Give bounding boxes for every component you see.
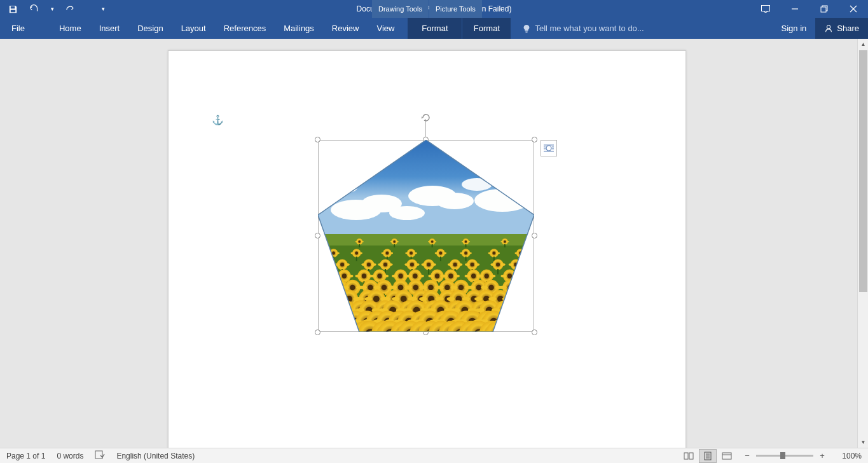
qat-customize-icon[interactable]: ▾ [100,3,106,15]
status-word-count[interactable]: 0 words [57,452,83,460]
svg-point-52 [500,241,504,242]
svg-point-37 [390,241,393,242]
save-icon[interactable] [6,3,19,15]
person-icon [824,24,833,33]
svg-rect-3 [821,7,826,12]
redo-icon[interactable] [64,3,76,15]
svg-point-337 [474,297,483,301]
svg-point-343 [504,297,513,301]
tab-home[interactable]: Home [50,18,90,39]
svg-point-292 [355,297,364,301]
restore-icon[interactable] [809,0,839,18]
svg-point-548 [331,331,342,332]
svg-point-451 [329,318,336,326]
svg-point-73 [413,252,417,254]
svg-point-356 [319,307,326,314]
svg-point-43 [434,241,437,242]
tab-layout[interactable]: Layout [172,18,215,39]
svg-point-36 [393,240,396,243]
svg-point-636 [493,329,502,332]
svg-point-342 [488,297,497,301]
svg-point-553 [336,331,347,332]
svg-point-92 [515,252,519,254]
scroll-down-icon[interactable]: ▼ [858,437,868,448]
status-left: Page 1 of 1 0 words English (United Stat… [6,450,195,461]
spellcheck-icon[interactable] [95,450,105,461]
svg-point-345 [506,290,523,308]
sign-in-button[interactable]: Sign in [773,18,816,39]
minimize-icon[interactable] [780,0,809,18]
svg-point-167 [392,275,397,278]
svg-point-83 [468,252,472,254]
print-layout-button[interactable] [699,449,717,463]
tell-me-input[interactable] [535,24,700,33]
svg-point-355 [318,300,333,321]
zoom-in-button[interactable]: + [817,451,827,460]
zoom-out-button[interactable]: − [742,451,752,460]
svg-point-317 [419,297,427,301]
svg-point-347 [502,297,511,301]
svg-point-157 [355,275,361,278]
svg-point-232 [390,286,397,289]
scroll-up-icon[interactable]: ▲ [858,39,868,50]
close-icon[interactable] [839,0,868,18]
web-layout-button[interactable] [718,449,736,463]
tab-design[interactable]: Design [128,18,172,39]
svg-point-31 [358,240,361,243]
layout-options-button[interactable] [541,140,557,156]
tab-mailings[interactable]: Mailings [275,18,323,39]
svg-point-448 [330,319,340,324]
svg-point-538 [521,319,531,324]
svg-point-242 [420,286,427,289]
vertical-scrollbar[interactable]: ▲ ▼ [857,39,868,448]
svg-point-93 [523,252,527,254]
zoom-level[interactable]: 100% [834,452,862,460]
svg-point-142 [509,263,514,266]
svg-point-82 [460,252,464,254]
svg-point-38 [396,241,399,242]
svg-point-131 [471,263,474,266]
svg-point-126 [453,263,457,266]
selected-shape[interactable] [318,140,534,332]
svg-point-456 [342,318,350,326]
ribbon-tabs: File Home Insert Design Layout Reference… [0,18,868,39]
svg-point-145 [320,270,334,283]
svg-point-22 [389,206,425,220]
lightbulb-icon [522,24,531,33]
svg-rect-0 [762,6,770,11]
scroll-thumb[interactable] [859,50,867,292]
rotate-handle[interactable] [420,112,432,123]
svg-point-446 [321,318,329,326]
tab-review[interactable]: Review [323,18,368,39]
undo-dropdown-icon[interactable]: ▾ [50,3,55,15]
status-language[interactable]: English (United States) [116,452,195,460]
tab-format-drawing[interactable]: Format [408,18,462,39]
svg-point-118 [415,263,420,266]
svg-point-350 [518,290,534,308]
svg-point-106 [367,263,371,266]
tell-me-box[interactable] [522,18,772,39]
svg-point-462 [340,319,350,324]
quick-access-toolbar: ▾ ▾ [0,3,112,15]
svg-point-161 [377,273,382,278]
zoom-thumb[interactable] [780,452,785,459]
document-page[interactable]: ⚓ [168,50,686,448]
undo-icon[interactable] [28,3,41,15]
svg-point-358 [327,308,336,313]
tab-format-picture[interactable]: Format [462,18,511,39]
status-page[interactable]: Page 1 of 1 [6,452,45,460]
ribbon-display-options-icon[interactable] [751,0,780,18]
tab-view[interactable]: View [368,18,403,39]
svg-point-107 [361,263,366,266]
read-mode-button[interactable] [680,449,698,463]
tab-insert[interactable]: Insert [90,18,129,39]
tab-references[interactable]: References [215,18,275,39]
svg-point-436 [510,307,517,314]
svg-point-41 [431,240,434,243]
share-button[interactable]: Share [815,18,868,39]
svg-point-567 [348,331,359,332]
pentagon-picture[interactable] [318,140,534,332]
zoom-track[interactable] [756,455,813,457]
tab-file[interactable]: File [0,18,36,39]
svg-point-212 [329,286,336,289]
